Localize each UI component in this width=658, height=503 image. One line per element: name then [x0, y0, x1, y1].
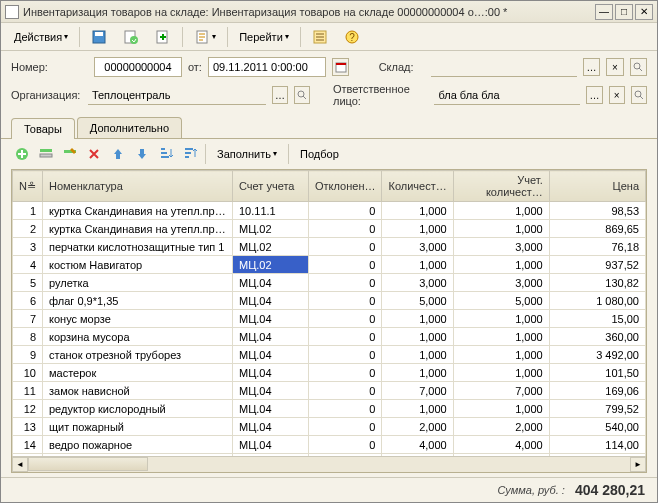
cell-qty[interactable]: 1,000 — [382, 310, 453, 328]
close-button[interactable]: ✕ — [635, 4, 653, 20]
h-scrollbar[interactable]: ◄ ► — [12, 456, 646, 472]
cell-n[interactable]: 12 — [13, 400, 43, 418]
cell-nom[interactable]: костюм Навигатор — [43, 256, 233, 274]
tab-extra[interactable]: Дополнительно — [77, 117, 182, 138]
cell-n[interactable]: 4 — [13, 256, 43, 274]
cell-dev[interactable]: 0 — [309, 364, 382, 382]
cell-price[interactable]: 937,52 — [549, 256, 645, 274]
cell-qty[interactable]: 3,000 — [382, 274, 453, 292]
cell-qty[interactable]: 3,000 — [382, 238, 453, 256]
resp-open-button[interactable] — [631, 86, 647, 104]
fill-menu[interactable]: Заполнить ▾ — [210, 143, 284, 165]
cell-price[interactable]: 869,65 — [549, 220, 645, 238]
select-button[interactable]: Подбор — [293, 143, 346, 165]
table-row[interactable]: 3перчатки кислотнозащитные тип 1МЦ.0203,… — [13, 238, 646, 256]
warehouse-clear-button[interactable]: × — [606, 58, 623, 76]
cell-acc[interactable]: МЦ.02 — [233, 256, 309, 274]
table-row[interactable]: 14ведро пожарноеМЦ.0404,0004,000114,00 — [13, 436, 646, 454]
cell-n[interactable]: 9 — [13, 346, 43, 364]
cell-uqty[interactable]: 3,000 — [453, 274, 549, 292]
cell-n[interactable]: 14 — [13, 436, 43, 454]
resp-input[interactable] — [434, 85, 580, 105]
sort-asc-icon[interactable] — [155, 143, 177, 165]
cell-n[interactable]: 10 — [13, 364, 43, 382]
cell-acc[interactable]: МЦ.04 — [233, 274, 309, 292]
tab-goods[interactable]: Товары — [11, 118, 75, 139]
cell-nom[interactable]: перчатки кислотнозащитные тип 1 — [43, 238, 233, 256]
cell-uqty[interactable]: 1,000 — [453, 346, 549, 364]
cell-nom[interactable]: редуктор кислородный — [43, 400, 233, 418]
cell-acc[interactable]: МЦ.04 — [233, 382, 309, 400]
col-qty[interactable]: Количест… — [382, 171, 453, 202]
delete-row-icon[interactable] — [83, 143, 105, 165]
cell-uqty[interactable]: 1,000 — [453, 310, 549, 328]
col-n[interactable]: N≗ — [13, 171, 43, 202]
table-row[interactable]: 2куртка Скандинавия на утепл.пр…МЦ.0201,… — [13, 220, 646, 238]
cell-nom[interactable]: ведро пожарное — [43, 436, 233, 454]
cell-nom[interactable]: корзина мусора — [43, 328, 233, 346]
cell-n[interactable]: 3 — [13, 238, 43, 256]
resp-clear-button[interactable]: × — [609, 86, 625, 104]
cell-n[interactable]: 11 — [13, 382, 43, 400]
cell-qty[interactable]: 1,000 — [382, 220, 453, 238]
cell-price[interactable]: 799,52 — [549, 400, 645, 418]
cell-nom[interactable]: флаг 0,9*1,35 — [43, 292, 233, 310]
cell-uqty[interactable]: 3,000 — [453, 238, 549, 256]
cell-qty[interactable]: 1,000 — [382, 364, 453, 382]
cell-nom[interactable]: станок отрезной труборез — [43, 346, 233, 364]
cell-uqty[interactable]: 1,000 — [453, 364, 549, 382]
cell-n[interactable]: 7 — [13, 310, 43, 328]
cell-price[interactable]: 76,18 — [549, 238, 645, 256]
cell-nom[interactable]: куртка Скандинавия на утепл.пр… — [43, 202, 233, 220]
cell-n[interactable]: 6 — [13, 292, 43, 310]
cell-qty[interactable]: 1,000 — [382, 346, 453, 364]
table-row[interactable]: 7конус морзеМЦ.0401,0001,00015,00 — [13, 310, 646, 328]
cell-qty[interactable]: 7,000 — [382, 382, 453, 400]
cell-dev[interactable]: 0 — [309, 220, 382, 238]
calendar-icon[interactable] — [332, 58, 349, 76]
col-dev[interactable]: Отклонен… — [309, 171, 382, 202]
cell-qty[interactable]: 1,000 — [382, 256, 453, 274]
save-icon[interactable] — [84, 26, 114, 48]
cell-nom[interactable]: щит пожарный — [43, 418, 233, 436]
maximize-button[interactable]: □ — [615, 4, 633, 20]
add-row-icon[interactable] — [11, 143, 33, 165]
org-select-button[interactable]: … — [272, 86, 288, 104]
cell-qty[interactable]: 1,000 — [382, 400, 453, 418]
cell-acc[interactable]: МЦ.04 — [233, 418, 309, 436]
cell-price[interactable]: 1 080,00 — [549, 292, 645, 310]
cell-qty[interactable]: 1,000 — [382, 202, 453, 220]
insert-row-icon[interactable] — [35, 143, 57, 165]
cell-nom[interactable]: конус морзе — [43, 310, 233, 328]
cell-acc[interactable]: 10.11.1 — [233, 202, 309, 220]
scroll-left-icon[interactable]: ◄ — [12, 457, 28, 472]
org-input[interactable] — [88, 85, 266, 105]
table-row[interactable]: 8корзина мусораМЦ.0401,0001,000360,00 — [13, 328, 646, 346]
cell-nom[interactable]: куртка Скандинавия на утепл.пр… — [43, 220, 233, 238]
cell-n[interactable]: 1 — [13, 202, 43, 220]
cell-nom[interactable]: замок нависной — [43, 382, 233, 400]
cell-n[interactable]: 13 — [13, 418, 43, 436]
cell-uqty[interactable]: 1,000 — [453, 256, 549, 274]
cell-n[interactable]: 5 — [13, 274, 43, 292]
table-row[interactable]: 12редуктор кислородныйМЦ.0401,0001,00079… — [13, 400, 646, 418]
cell-dev[interactable]: 0 — [309, 328, 382, 346]
cell-n[interactable]: 8 — [13, 328, 43, 346]
cell-price[interactable]: 101,50 — [549, 364, 645, 382]
repost-icon[interactable] — [148, 26, 178, 48]
cell-dev[interactable]: 0 — [309, 292, 382, 310]
report-icon[interactable]: ▾ — [187, 26, 223, 48]
table-row[interactable]: 5рулеткаМЦ.0403,0003,000130,82 — [13, 274, 646, 292]
cell-dev[interactable]: 0 — [309, 418, 382, 436]
cell-uqty[interactable]: 1,000 — [453, 202, 549, 220]
cell-nom[interactable]: рулетка — [43, 274, 233, 292]
move-down-icon[interactable] — [131, 143, 153, 165]
col-nom[interactable]: Номенклатура — [43, 171, 233, 202]
col-price[interactable]: Цена — [549, 171, 645, 202]
col-acc[interactable]: Счет учета — [233, 171, 309, 202]
cell-uqty[interactable]: 1,000 — [453, 328, 549, 346]
cell-acc[interactable]: МЦ.04 — [233, 364, 309, 382]
cell-acc[interactable]: МЦ.04 — [233, 436, 309, 454]
help-icon[interactable]: ? — [337, 26, 367, 48]
sort-desc-icon[interactable] — [179, 143, 201, 165]
